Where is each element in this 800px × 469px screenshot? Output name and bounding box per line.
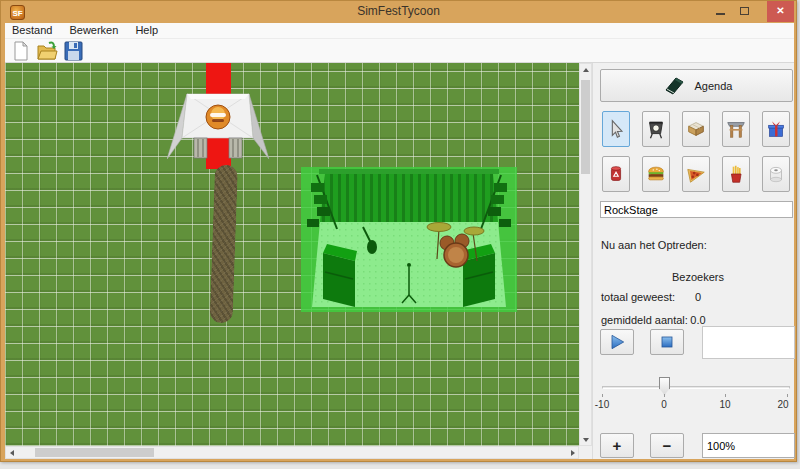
vertical-scrollbar[interactable] — [579, 63, 592, 446]
stage-curtain — [320, 174, 498, 222]
client-area: Bestand Bewerken Help — [5, 23, 794, 459]
play-icon — [607, 332, 627, 352]
menu-bewerken[interactable]: Bewerken — [62, 23, 125, 37]
tent-speaker-left — [194, 138, 207, 158]
save-file-button[interactable] — [61, 40, 85, 62]
menu-bar: Bestand Bewerken Help — [5, 23, 794, 39]
zoom-out-button[interactable]: − — [650, 433, 684, 458]
entrance-gate-icon — [725, 116, 747, 142]
close-button[interactable]: ✕ — [767, 1, 794, 22]
maximize-icon — [740, 7, 749, 15]
pizza-icon — [685, 161, 707, 187]
new-file-button[interactable] — [9, 40, 33, 62]
slider-tick — [602, 394, 603, 397]
slider-tick — [787, 394, 788, 397]
app-window: SF SimFestTycoon ✕ Bestand Bewerken Help — [0, 0, 797, 462]
scroll-left-icon — [10, 450, 14, 456]
stage-truss-top — [319, 169, 499, 174]
window-title: SimFestTycoon — [1, 4, 796, 18]
minimize-icon — [716, 13, 725, 15]
agenda-label: Agenda — [695, 80, 733, 92]
scroll-left-button[interactable] — [6, 447, 17, 458]
slider-tick — [725, 394, 726, 397]
tool-toilet-paper[interactable] — [762, 156, 790, 192]
horizontal-scroll-thumb[interactable] — [35, 448, 154, 457]
slider-label-max: 20 — [771, 399, 795, 410]
tool-trash-can[interactable] — [602, 156, 630, 192]
now-performing-label: Nu aan het Optreden: — [601, 239, 707, 251]
stop-icon — [657, 332, 677, 352]
slider-label-ten: 10 — [713, 399, 737, 410]
scroll-up-button[interactable] — [580, 64, 591, 75]
vertical-scroll-thumb[interactable] — [581, 80, 590, 174]
stage-speaker-stack-left — [323, 244, 357, 307]
average-visitors-value: 0.0 — [653, 314, 743, 326]
scroll-down-icon — [583, 438, 589, 442]
new-file-icon — [9, 40, 33, 62]
select-cursor-icon — [605, 116, 627, 142]
stage-name-input[interactable] — [600, 201, 793, 218]
scroll-right-icon — [571, 450, 575, 456]
tent-speaker-right — [229, 138, 242, 158]
slider-tick — [664, 394, 665, 397]
speed-slider-track[interactable] — [602, 386, 790, 389]
now-playing-display — [702, 326, 795, 359]
stage-placement-preview[interactable] — [301, 167, 517, 312]
zoom-level-field[interactable] — [702, 433, 795, 458]
scrollbar-corner — [579, 446, 592, 459]
total-visitors-value: 0 — [653, 291, 743, 303]
stop-button[interactable] — [650, 329, 684, 355]
agenda-button[interactable]: Agenda — [600, 69, 793, 102]
zoom-in-button[interactable]: + — [600, 433, 634, 458]
trash-can-icon — [605, 161, 627, 187]
tool-gift[interactable] — [762, 111, 790, 147]
menu-bestand[interactable]: Bestand — [5, 23, 59, 37]
minimize-button[interactable] — [710, 1, 732, 22]
tool-stage-platform[interactable] — [682, 111, 710, 147]
horizontal-scrollbar[interactable] — [5, 446, 579, 459]
play-button[interactable] — [600, 329, 634, 355]
menu-help[interactable]: Help — [128, 23, 165, 37]
fries-icon — [725, 161, 747, 187]
agenda-book-icon — [661, 74, 687, 98]
scroll-down-button[interactable] — [580, 434, 591, 445]
tool-fries[interactable] — [722, 156, 750, 192]
slider-label-zero: 0 — [652, 399, 676, 410]
tool-entrance-gate[interactable] — [722, 111, 750, 147]
toolbar — [5, 39, 794, 63]
entrance-tent[interactable] — [167, 86, 269, 161]
speed-slider-thumb[interactable] — [659, 377, 670, 395]
side-panel: Agenda — [592, 63, 794, 459]
tool-burger[interactable] — [642, 156, 670, 192]
toilet-paper-icon — [765, 161, 787, 187]
save-file-icon — [61, 40, 85, 62]
spotlight-icon — [645, 116, 667, 142]
tool-spotlight[interactable] — [642, 111, 670, 147]
scroll-right-button[interactable] — [567, 447, 578, 458]
burger-icon — [645, 161, 667, 187]
maximize-button[interactable] — [734, 1, 756, 22]
tool-select-cursor[interactable] — [602, 111, 630, 147]
map-canvas[interactable] — [5, 63, 579, 446]
gift-icon — [765, 116, 787, 142]
dirt-path — [209, 165, 238, 324]
scroll-up-icon — [583, 68, 589, 72]
tool-pizza[interactable] — [682, 156, 710, 192]
visitors-header: Bezoekers — [653, 271, 743, 283]
open-file-icon — [35, 40, 59, 62]
titlebar[interactable]: SF SimFestTycoon ✕ — [1, 1, 796, 23]
slider-label-min: -10 — [590, 399, 614, 410]
open-file-button[interactable] — [35, 40, 59, 62]
stage-platform-icon — [685, 116, 707, 142]
